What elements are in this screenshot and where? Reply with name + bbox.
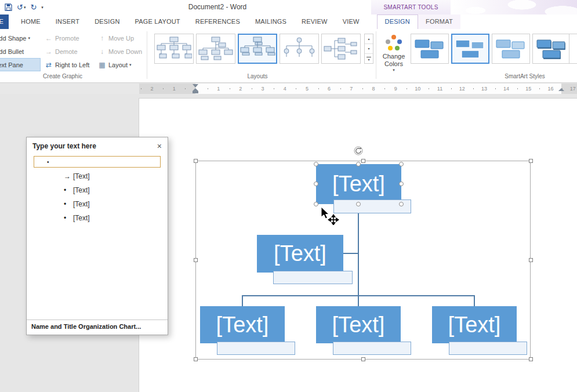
rotation-handle[interactable] (354, 146, 363, 155)
frame-handle-middle-left[interactable] (194, 258, 198, 262)
title-plate-subordinate-1[interactable] (217, 342, 295, 355)
bullet-glyph: • (47, 159, 56, 165)
word-window: ↺▾ ↻ ▾ Document2 - Word SMARTART TOOLS F… (0, 0, 577, 392)
tab-label: MAILINGS (255, 14, 286, 29)
bullet-glyph: → (64, 172, 73, 180)
ruler-number: 9 (384, 84, 407, 93)
save-icon (5, 3, 12, 11)
frame-handle-middle-right[interactable] (529, 258, 533, 262)
node-placeholder-text: [Text] (448, 313, 501, 337)
first-line-indent-marker[interactable] (193, 84, 198, 88)
ribbon-tab[interactable]: HOME (13, 14, 48, 29)
frame-handle-bottom-middle[interactable] (361, 357, 365, 361)
add-shape-label: Add Shape (0, 35, 26, 42)
layout-thumb-name-and-title-organization-chart[interactable] (238, 34, 277, 64)
smartart-style-thumb-3[interactable] (492, 34, 530, 64)
title-plate-subordinate-3[interactable] (449, 342, 527, 355)
node-handle-middle-right[interactable] (399, 182, 404, 186)
layouts-gallery (154, 34, 361, 64)
connector-drop-left (242, 295, 243, 306)
layouts-scroll-up-button[interactable]: ▴ (365, 34, 373, 44)
title-plate-assistant[interactable] (273, 271, 353, 284)
node-handle-bottom-right[interactable] (399, 202, 404, 206)
change-colors-caret-icon: ▾ (393, 68, 395, 72)
node-placeholder-text: [Text] (216, 313, 269, 337)
layout-thumb-organization-chart[interactable] (154, 34, 194, 64)
tab-label: REFERENCES (195, 14, 240, 29)
text-pane-item[interactable]: • [Text] (34, 211, 161, 225)
promote-button[interactable]: ← Promote (41, 31, 94, 45)
move-down-button[interactable]: ↓ Move Down (94, 45, 145, 58)
cloud-background-decoration (452, 0, 577, 14)
scroll-up-icon: ▴ (368, 37, 369, 41)
customize-qat-button[interactable]: ▾ (41, 0, 43, 14)
ribbon-tab[interactable]: MAILINGS (248, 14, 294, 29)
create-graphic-group: ▱ Add Shape ▾ ≡ Add Bullet ▤ Text Pane ←… (0, 31, 145, 71)
ribbon-tab[interactable]: VIEW (335, 14, 367, 29)
ribbon-tab[interactable]: DESIGN (377, 14, 418, 29)
layouts-more-button[interactable]: ▾ (365, 54, 373, 63)
smartart-node-subordinate-1[interactable]: [Text] (200, 306, 285, 343)
ribbon-tab[interactable]: PAGE LAYOUT (128, 14, 188, 29)
connector-drop-right (474, 295, 475, 306)
ribbon-tab[interactable]: REFERENCES (188, 14, 248, 29)
node-handle-middle-left[interactable] (314, 182, 318, 186)
undo-button[interactable]: ↺▾ (17, 0, 26, 14)
tab-label: INSERT (56, 14, 79, 29)
smartart-node-subordinate-3[interactable]: [Text] (432, 306, 517, 343)
ribbon-tab[interactable]: DESIGN (87, 14, 127, 29)
text-pane-close-button[interactable]: × (155, 141, 164, 151)
layouts-gallery-scrollbar: ▴ ▾ ▾ (364, 34, 373, 64)
ribbon-tab[interactable]: FILE (0, 14, 9, 29)
frame-handle-top-left[interactable] (194, 159, 198, 163)
ruler-number: 2 (230, 84, 252, 93)
node-handle-top-right[interactable] (399, 162, 404, 166)
add-bullet-button[interactable]: ≡ Add Bullet (0, 45, 41, 58)
node-handle-top-left[interactable] (314, 162, 318, 166)
demote-button[interactable]: → Demote (41, 45, 94, 58)
text-pane-item[interactable]: • (34, 156, 161, 168)
title-plate-top[interactable] (333, 199, 411, 213)
smartart-style-thumb-2[interactable] (451, 34, 489, 64)
text-pane-item[interactable]: • [Text] (34, 183, 161, 197)
ribbon-tab[interactable]: INSERT (48, 14, 87, 29)
ribbon-tab[interactable]: FORMAT (418, 14, 460, 29)
add-shape-button[interactable]: ▱ Add Shape ▾ (0, 31, 41, 45)
frame-handle-bottom-left[interactable] (194, 357, 198, 361)
create-graphic-group-label: Create Graphic (0, 73, 145, 79)
text-pane-window: Type your text here × • → [Text] • [Text… (26, 137, 168, 335)
text-pane-item[interactable]: • [Text] (34, 197, 161, 211)
smartart-tools-contextual-header: SMARTART TOOLS (371, 0, 451, 14)
node-handle-bottom-middle[interactable] (356, 202, 361, 206)
demote-icon: → (44, 48, 53, 56)
frame-handle-top-right[interactable] (529, 159, 533, 163)
save-button[interactable] (5, 3, 12, 11)
layout-thumb-picture-organization-chart[interactable] (196, 34, 235, 64)
smartart-styles-gallery-scrollbar[interactable] (569, 34, 577, 64)
title-plate-subordinate-2[interactable] (333, 342, 411, 355)
smartart-style-thumb-1[interactable] (411, 34, 449, 64)
smartart-node-assistant[interactable]: [Text] (257, 235, 343, 273)
horizontal-ruler[interactable]: 211234567891011121314151617 (0, 84, 577, 94)
frame-handle-bottom-right[interactable] (529, 357, 533, 361)
layouts-scroll-down-button[interactable]: ▾ (365, 44, 373, 54)
smartart-style-thumb-4[interactable] (532, 34, 571, 64)
layout-button[interactable]: ▦ Layout ▾ (94, 58, 145, 71)
move-up-button[interactable]: ↑ Move Up (94, 31, 145, 45)
layout-thumb-horizontal-organization-chart[interactable] (321, 34, 361, 64)
right-indent-marker[interactable] (558, 88, 564, 91)
node-handle-bottom-left[interactable] (314, 202, 318, 206)
redo-button[interactable]: ↻ (30, 0, 37, 14)
change-colors-button[interactable]: Change Colors ▾ (378, 32, 409, 75)
node-placeholder-text: [Text] (332, 172, 385, 197)
smartart-node-subordinate-2[interactable]: [Text] (316, 306, 401, 343)
smartart-node-top[interactable]: [Text] (316, 164, 401, 204)
right-to-left-button[interactable]: ⇄ Right to Left (41, 58, 94, 71)
left-indent-marker[interactable] (193, 91, 198, 93)
text-pane-toggle-button[interactable]: ▤ Text Pane (0, 58, 41, 71)
node-handle-top-middle[interactable] (356, 162, 361, 166)
text-pane-item[interactable]: → [Text] (34, 169, 161, 183)
frame-handle-top-middle[interactable] (361, 159, 365, 163)
ribbon-tab[interactable]: REVIEW (294, 14, 335, 29)
layout-thumb-half-circle-organization-chart[interactable] (280, 34, 319, 64)
